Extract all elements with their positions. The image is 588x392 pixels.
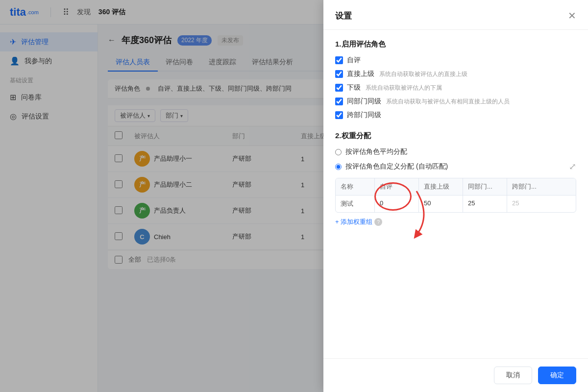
weight-custom-radio[interactable] [335,164,342,170]
role-subordinate: 下级 系统自动获取被评估人的下属 [335,83,576,92]
role-cross-dept-checkbox[interactable] [335,111,343,119]
wth-name: 名称 [336,178,375,195]
add-weight-link[interactable]: + 添加权重组 ? [335,218,576,226]
section-weight: 2.权重分配 按评估角色平均分配 按评估角色自定义分配 (自动匹配) ⤢ 名称 … [335,131,576,226]
wtd-name: 测试 [336,196,375,212]
wtd-self[interactable] [375,196,419,212]
dialog-footer: 取消 确定 [323,358,588,392]
role-direct-up-checkbox[interactable] [335,70,343,78]
role-same-dept: 同部门同级 系统自动获取与被评估人有相同直接上级的人员 [335,97,576,106]
role-self: 自评 [335,56,576,65]
role-same-dept-checkbox[interactable] [335,98,343,105]
direct-weight-input[interactable] [424,199,453,207]
weight-avg-option: 按评估角色平均分配 [335,147,576,156]
self-weight-input[interactable] [380,199,409,207]
close-button[interactable]: ✕ [568,10,576,22]
cancel-button[interactable]: 取消 [494,367,532,384]
role-subordinate-checkbox[interactable] [335,84,343,92]
dialog-title: 设置 [335,10,352,22]
help-icon[interactable]: ? [374,218,382,226]
confirm-button[interactable]: 确定 [538,367,576,384]
wtd-cross-dept: 25 [507,196,551,212]
section2-title: 2.权重分配 [335,131,576,141]
wth-same-dept: 同部门... [463,178,507,195]
wtd-same-dept[interactable] [463,196,507,212]
weight-avg-radio[interactable] [335,149,342,155]
wth-direct: 直接上级 [419,178,463,195]
section-roles: 1.启用评估角色 自评 直接上级 系统自动获取被评估人的直接上级 下级 系统自动… [335,40,576,120]
section1-title: 1.启用评估角色 [335,40,576,49]
settings-dialog: 设置 ✕ 1.启用评估角色 自评 直接上级 系统自动获取被评估人的直接上级 下级… [323,0,588,392]
wth-cross-dept: 跨部门... [507,178,551,195]
weight-table: 名称 自评 直接上级 同部门... 跨部门... 测试 [335,178,576,213]
dialog-header: 设置 ✕ [323,0,588,30]
role-direct-up: 直接上级 系统自动获取被评估人的直接上级 [335,70,576,78]
same-dept-weight-input[interactable] [468,199,497,207]
role-self-checkbox[interactable] [335,56,343,64]
expand-icon[interactable]: ⤢ [569,161,576,172]
wth-self: 自评 [375,178,419,195]
weight-table-row: 测试 25 [336,196,576,212]
wtd-direct[interactable] [419,196,463,212]
weight-table-header: 名称 自评 直接上级 同部门... 跨部门... [336,178,576,196]
role-cross-dept: 跨部门同级 [335,111,576,120]
dialog-body: 1.启用评估角色 自评 直接上级 系统自动获取被评估人的直接上级 下级 系统自动… [323,30,588,358]
weight-custom-option: 按评估角色自定义分配 (自动匹配) ⤢ [335,161,576,172]
